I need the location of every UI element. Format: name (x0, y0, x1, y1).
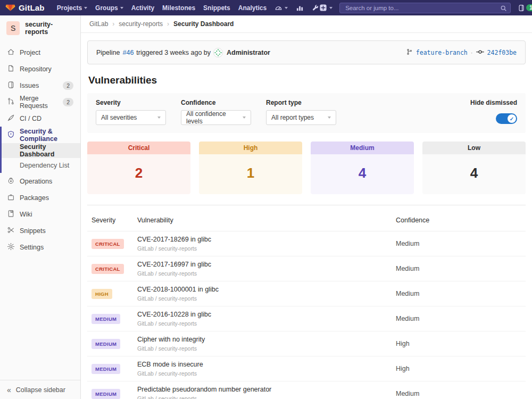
table-row[interactable]: MEDIUM ECB mode is insecure GitLab / sec… (87, 356, 526, 381)
breadcrumb-root[interactable]: GitLab (89, 20, 108, 28)
table-row[interactable]: CRITICAL CVE-2017-16997 in glibc GitLab … (87, 256, 526, 281)
sidebar-item-wiki[interactable]: Wiki (0, 206, 80, 222)
medium-card-label: Medium (311, 142, 414, 154)
collapse-chevrons-icon: « (7, 386, 11, 394)
book-icon (7, 210, 15, 219)
column-header-confidence: Confidence (392, 210, 526, 231)
nav-groups[interactable]: Groups (95, 4, 123, 12)
breadcrumb-current: Security Dashboard (173, 20, 234, 28)
vulnerability-name[interactable]: CVE-2018-1000001 in glibc (137, 286, 387, 293)
package-icon (7, 193, 15, 203)
sidebar-item-security-compliance[interactable]: Security & Compliance (2, 127, 80, 143)
low-card-label: Low (422, 142, 526, 154)
table-row[interactable]: MEDIUM Predictable pseudorandom number g… (87, 381, 526, 399)
column-header-vulnerability: Vulnerability (133, 210, 392, 231)
chevron-down-icon (329, 7, 332, 9)
low-card-count: 4 (422, 154, 526, 194)
vulnerability-project: GitLab / security-reports (137, 395, 387, 399)
table-row[interactable]: MEDIUM CVE-2016-10228 in glibc GitLab / … (87, 306, 526, 331)
issues-nav-button[interactable]: 11 (518, 4, 532, 12)
confidence-value: Medium (392, 256, 526, 281)
high-summary-card: High 1 (199, 142, 302, 194)
critical-card-label: Critical (87, 142, 190, 154)
wrench-icon (312, 4, 319, 12)
severity-filter-select[interactable]: All severities (96, 110, 166, 125)
report-type-filter-select[interactable]: All report types (266, 110, 336, 125)
sidebar-item-project[interactable]: Project (0, 44, 80, 61)
plus-square-icon (319, 4, 327, 12)
nav-snippets[interactable]: Snippets (203, 4, 230, 12)
vulnerability-project: GitLab / security-reports (137, 295, 387, 302)
confidence-value: High (392, 356, 526, 381)
main-content: GitLab › security-reports › Security Das… (81, 15, 532, 399)
pipeline-id-link[interactable]: #46 (122, 49, 134, 56)
hide-dismissed-toggle[interactable]: ✓ (496, 113, 517, 124)
report-type-filter-label: Report type (266, 99, 336, 106)
issues-icon (7, 81, 15, 90)
pipeline-prefix: Pipeline (96, 49, 120, 56)
column-header-severity: Severity (87, 210, 133, 231)
filters-panel: Severity All severities Confidence All c… (87, 93, 526, 133)
table-row[interactable]: HIGH CVE-2018-1000001 in glibc GitLab / … (87, 281, 526, 306)
sidebar-item-settings[interactable]: Settings (0, 239, 80, 255)
hide-dismissed-label: Hide dismissed (470, 99, 517, 106)
nav-milestones[interactable]: Milestones (162, 4, 195, 12)
pipeline-author[interactable]: Administrator (227, 49, 270, 56)
vulnerability-project: GitLab / security-reports (137, 345, 387, 352)
issues-count-badge: 11 (526, 4, 532, 11)
vulnerability-name[interactable]: Cipher with no integrity (137, 336, 387, 343)
confidence-value: Medium (392, 231, 526, 256)
vulnerability-name[interactable]: Predictable pseudorandom number generato… (137, 386, 387, 393)
severity-badge: MEDIUM (92, 314, 120, 324)
new-menu-button[interactable] (319, 4, 332, 12)
sidebar-item-operations[interactable]: Operations (0, 173, 80, 189)
nav-analytics[interactable]: Analytics (238, 4, 267, 12)
severity-filter-label: Severity (96, 99, 166, 106)
project-context[interactable]: S security-reports (0, 15, 80, 44)
project-sidebar: S security-reports Project Repository Is… (0, 15, 81, 399)
sidebar-item-security-dashboard[interactable]: Security Dashboard (2, 143, 80, 158)
shield-icon (7, 130, 15, 140)
vulnerability-project: GitLab / security-reports (137, 370, 387, 377)
table-row[interactable]: CRITICAL CVE-2017-18269 in glibc GitLab … (87, 231, 526, 256)
nav-activity[interactable]: Activity (131, 4, 154, 12)
collapse-sidebar-button[interactable]: « Collapse sidebar (0, 380, 80, 399)
vulnerability-name[interactable]: CVE-2017-18269 in glibc (137, 236, 387, 243)
sidebar-item-issues[interactable]: Issues 2 (0, 77, 80, 94)
tanuki-icon (5, 2, 15, 14)
dashboard-gauge-button[interactable] (275, 4, 288, 12)
sidebar-item-packages[interactable]: Packages (0, 189, 80, 206)
gitlab-logo[interactable]: GitLab (5, 2, 45, 14)
vulnerability-name[interactable]: ECB mode is insecure (137, 361, 387, 368)
critical-summary-card: Critical 2 (87, 142, 190, 194)
sidebar-item-snippets[interactable]: Snippets (0, 222, 80, 239)
nav-projects[interactable]: Projects (57, 4, 87, 12)
admin-wrench-button[interactable] (312, 4, 319, 12)
confidence-value: Medium (392, 381, 526, 399)
table-row[interactable]: MEDIUM Cipher with no integrity GitLab /… (87, 331, 526, 356)
commit-sha-link[interactable]: 242f03be (487, 49, 517, 56)
breadcrumb-separator: › (167, 20, 169, 28)
sidebar-item-ci-cd[interactable]: CI / CD (0, 110, 80, 127)
breadcrumb-project[interactable]: security-reports (119, 20, 163, 28)
charts-button[interactable] (296, 4, 304, 12)
security-compliance-group: Security & Compliance Security Dashboard… (0, 127, 80, 173)
merge-request-icon (7, 97, 15, 107)
page-title: Vulnerabilities (88, 74, 525, 86)
sidebar-item-repository[interactable]: Repository (0, 61, 80, 77)
project-name: security-reports (25, 21, 74, 36)
sidebar-item-merge-requests[interactable]: Merge Requests 2 (0, 94, 80, 110)
confidence-filter-label: Confidence (181, 99, 251, 106)
vulnerability-name[interactable]: CVE-2016-10228 in glibc (137, 311, 387, 318)
operations-icon (7, 177, 15, 186)
confidence-value: High (392, 331, 526, 356)
vulnerability-project: GitLab / security-reports (137, 245, 387, 252)
pipeline-info-bar: Pipeline #46 triggered 3 weeks ago by (87, 40, 526, 64)
branch-link[interactable]: feature-branch (416, 49, 468, 56)
sidebar-item-dependency-list[interactable]: Dependency List (2, 158, 80, 173)
brand-name: GitLab (19, 3, 45, 12)
merge-requests-count-pill: 2 (63, 98, 73, 106)
search-input[interactable] (339, 3, 511, 13)
vulnerability-name[interactable]: CVE-2017-16997 in glibc (137, 261, 387, 268)
confidence-filter-select[interactable]: All confidence levels (181, 110, 251, 125)
